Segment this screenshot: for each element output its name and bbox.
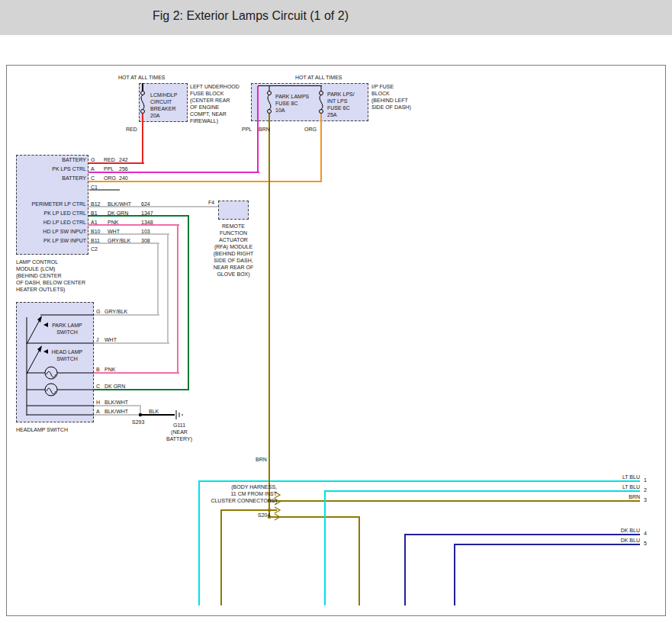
rfa-caption: REMOTE FUNCTION ACTUATOR (RFA) MODULE (B… (203, 223, 264, 278)
lcm-signal-label: PK LP LED CTRL (18, 210, 86, 217)
continuation-number: 1 (644, 477, 647, 483)
wire-color-label: DK GRN (104, 383, 125, 390)
fuse-block-bus-line (258, 85, 322, 86)
splice-s293-label: S293 (132, 419, 144, 426)
wire-ppl-256 (88, 172, 259, 173)
circuit-number: 103 (141, 228, 150, 235)
lcm-signal-label: HD LP LED CTRL (18, 219, 86, 226)
wire-wht-drop (167, 233, 169, 344)
wire-h-to-a-join (140, 405, 141, 416)
wire-color-label: GRY/BLK (108, 237, 130, 244)
lcm-signal-label: HD LP SW INPUT (18, 228, 86, 235)
wire-color-label: WHT (104, 336, 117, 343)
wire-dkblu-5-drop (454, 544, 455, 605)
wire-color-label: GRY/BLK (104, 308, 127, 315)
circuit-number: 624 (141, 201, 150, 207)
lcm-signal-label: PK LPS CTRL (18, 165, 86, 172)
breaker-feed-stub (142, 83, 143, 91)
underhood-block-location: LEFT UNDERHOOD FUSE BLOCK (CENTER REAR O… (190, 83, 240, 124)
wire-red-242 (88, 162, 144, 164)
headlamp-switch-box (16, 302, 94, 422)
wire-color-label: LT BLU (608, 483, 640, 490)
wire-color-label-brn-drop: BRN (256, 456, 267, 463)
wire-color-label: DK GRN (108, 210, 128, 217)
wire-dkblu-5 (454, 544, 640, 545)
wire-color-label: BLK/WHT (104, 408, 128, 415)
wire-color-label: DK BLU (608, 527, 640, 534)
wire-pnk-drop (177, 224, 178, 374)
pin-label: B1 (91, 210, 98, 217)
wire-color-label: ORG (104, 175, 116, 181)
continuation-number: 3 (644, 496, 647, 503)
wire-color-label: PPL (104, 165, 114, 172)
pin-label: G (91, 156, 95, 163)
wiring-diagram-canvas: HOT AT ALL TIMES LCM/HDLP CIRCUIT BREAKE… (6, 65, 666, 616)
continuation-number: 5 (644, 540, 647, 547)
circuit-number: 308 (141, 237, 150, 244)
wire-wht-103 (88, 233, 169, 235)
wire-gryblk-drop (157, 242, 159, 316)
wire-dkgrn-drop (188, 215, 189, 390)
wire-color-label-ppl: PPL (242, 126, 252, 133)
wire-dkgrn-1347 (88, 215, 189, 217)
wire-color-label-blk: BLK (149, 408, 159, 415)
lcm-signal-label: BATTERY (18, 175, 86, 181)
rfa-pin-label: F4 (208, 199, 214, 206)
pin-label: B12 (91, 201, 100, 207)
wire-color-label: BLK/WHT (104, 399, 128, 406)
breaker-label: LCM/HDLP CIRCUIT BREAKER 20A (150, 92, 177, 119)
head-lamp-switch-label: HEAD LAMP SWITCH (47, 348, 88, 362)
wire-color-label: PNK (104, 366, 115, 373)
pin-label: B (96, 366, 100, 373)
wire-brn-branch-right (269, 516, 360, 518)
wire-color-label: RED (104, 156, 115, 163)
wire-pnk-1348 (88, 224, 179, 226)
wire-color-label-brn: BRN (259, 126, 270, 133)
circuit-number: 1348 (141, 219, 153, 226)
wire-color-label-red: RED (126, 126, 137, 133)
fuse2-label: PARK LPS/ INT LPS FUSE 6C 25A (327, 91, 355, 118)
pin-label: A (96, 408, 100, 415)
figure-header-bar: Fig 2: Exterior Lamps Circuit (1 of 2) (0, 0, 672, 35)
pin-label: B11 (91, 237, 100, 244)
splice-s204-label: S204 (258, 512, 270, 519)
wire-org-drop (320, 114, 322, 182)
connector-label-c2: C2 (91, 246, 98, 252)
wire-color-label: PNK (108, 219, 118, 226)
circuit-number: 240 (119, 175, 128, 181)
hot-label-left: HOT AT ALL TIMES (118, 74, 165, 81)
wire-red-drop (142, 114, 143, 164)
lcm-signal-label: PK LP SW INPUT (18, 237, 86, 244)
figure-title: Fig 2: Exterior Lamps Circuit (1 of 2) (153, 9, 349, 23)
wire-brn-right-drop (359, 516, 360, 605)
wire-color-label: BLK/WHT (108, 201, 131, 207)
circuit-number: 256 (119, 165, 128, 172)
pin-label: H (96, 399, 100, 406)
pin-label: C (96, 383, 100, 390)
wire-dkblu-4 (404, 534, 640, 535)
pin-label: C (91, 175, 95, 181)
pin-label: B10 (91, 228, 100, 235)
wire-color-label: BRN (608, 493, 640, 500)
wire-ltblu-2-drop (324, 490, 326, 605)
circuit-number: 1347 (141, 210, 153, 217)
wire-dkblu-4-drop (404, 534, 406, 605)
park-lamp-switch-label: PARK LAMP SWITCH (47, 322, 88, 336)
wire-ltblu-2 (324, 490, 640, 492)
wire-ltblu-1 (198, 480, 640, 482)
lcm-signal-label: BATTERY (18, 156, 86, 163)
ip-block-location: I/P FUSE BLOCK (BEHIND LEFT SIDE OF DASH… (371, 83, 411, 111)
wire-color-label-org: ORG (304, 126, 317, 133)
lcm-caption: LAMP CONTROL MODULE (LCM) (BEHIND CENTER… (16, 259, 85, 293)
wire-brn-main-drop (268, 114, 270, 518)
circuit-number: 242 (119, 156, 128, 163)
body-harness-note: (BODY HARNESS, 11 CM FROM INST CLUSTER C… (195, 483, 277, 504)
ground-g111-label: G111 (NEAR BATTERY) (159, 422, 199, 442)
pin-label: J (96, 336, 99, 343)
rfa-module-box (218, 201, 249, 220)
wire-color-label: LT BLU (608, 474, 640, 480)
pin-label: G (96, 308, 100, 315)
lcm-signal-label: PERIMETER LP CTRL (18, 201, 86, 207)
wire-color-label: DK BLU (608, 537, 640, 544)
wire-brn-left-drop (220, 509, 222, 605)
